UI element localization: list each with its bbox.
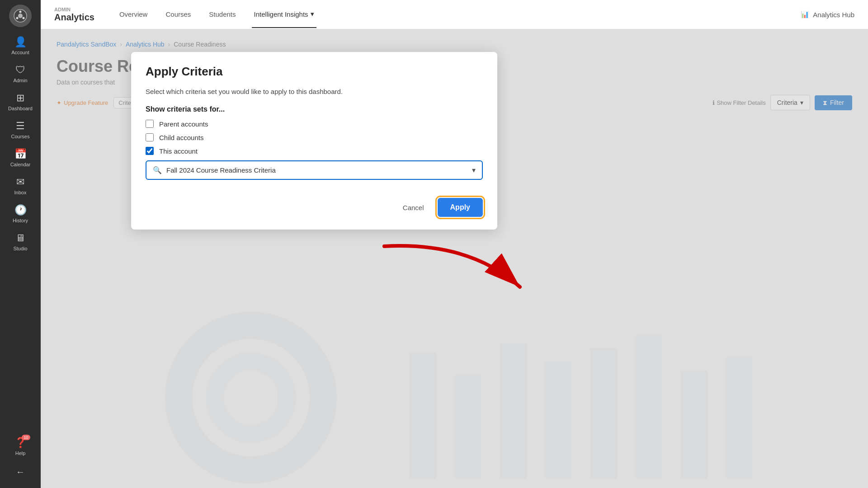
criteria-section-label: Show criteria sets for... [146,105,483,113]
sidebar-item-history[interactable]: 🕐 History [0,200,41,228]
sidebar-item-help[interactable]: ❓ 10 Help [0,432,41,460]
inbox-icon: ✉ [16,176,24,188]
page-area: Pandalytics SandBox › Analytics Hub › Co… [41,29,868,488]
sidebar-item-dashboard[interactable]: ⊞ Dashboard [0,88,41,116]
sidebar: 👤 Account 🛡 Admin ⊞ Dashboard ☰ Courses … [0,0,41,488]
sidebar-collapse-button[interactable]: ← [0,460,41,483]
sidebar-item-account[interactable]: 👤 Account [0,32,41,60]
checkbox-this-account[interactable]: This account [146,147,483,155]
calendar-icon: 📅 [14,148,27,160]
sidebar-label-history: History [13,218,28,223]
sidebar-label-help: Help [15,450,26,456]
sidebar-item-inbox[interactable]: ✉ Inbox [0,172,41,200]
main-content: ADMIN Analytics Overview Courses Student… [41,0,868,488]
parent-accounts-checkbox[interactable] [146,120,154,128]
apply-criteria-modal: Apply Criteria Select which criteria set… [131,52,497,230]
child-accounts-checkbox[interactable] [146,133,154,141]
analytics-brand: Analytics [54,12,94,23]
modal-title: Apply Criteria [146,65,483,79]
sidebar-item-studio[interactable]: 🖥 Studio [0,228,41,256]
modal-description: Select which criteria set you would like… [146,88,483,95]
nav-intelligent-insights[interactable]: Intelligent Insights ▾ [252,1,316,28]
cancel-button[interactable]: Cancel [396,199,431,216]
sidebar-label-admin: Admin [13,78,27,83]
nav-intelligent-insights-label: Intelligent Insights [254,10,308,18]
sidebar-label-inbox: Inbox [14,190,27,195]
chevron-down-icon: ▾ [311,10,314,18]
history-icon: 🕐 [14,204,27,216]
nav-overview[interactable]: Overview [117,1,150,28]
admin-label: ADMIN [54,7,94,12]
sidebar-label-studio: Studio [13,246,27,251]
this-account-label: This account [159,147,198,155]
apply-button[interactable]: Apply [438,198,483,217]
criteria-search-text: Fall 2024 Course Readiness Criteria [166,166,472,174]
help-icon: ❓ 10 [14,437,27,449]
modal-footer: Cancel Apply [131,191,497,230]
checkbox-child-accounts[interactable]: Child accounts [146,133,483,141]
admin-icon: 🛡 [15,64,25,76]
analytics-hub-label: Analytics Hub [813,11,854,19]
child-accounts-label: Child accounts [159,134,203,141]
dropdown-chevron-icon: ▾ [472,166,476,174]
sidebar-label-dashboard: Dashboard [8,106,33,111]
help-badge: 10 [22,435,30,440]
svg-point-2 [19,11,22,13]
search-icon: 🔍 [153,166,162,174]
modal-body: Select which criteria set you would like… [131,83,497,191]
svg-point-1 [18,14,23,18]
sidebar-label-account: Account [11,50,29,55]
this-account-checkbox[interactable] [146,147,154,155]
dashboard-icon: ⊞ [16,92,24,104]
nav-students[interactable]: Students [207,1,238,28]
modal-header: Apply Criteria [131,52,497,83]
nav-overview-label: Overview [119,10,148,18]
svg-point-3 [23,17,25,19]
brand: ADMIN Analytics [54,7,94,23]
top-nav: ADMIN Analytics Overview Courses Student… [41,0,868,29]
sidebar-label-calendar: Calendar [10,162,31,167]
studio-icon: 🖥 [15,232,25,244]
parent-accounts-label: Parent accounts [159,120,208,128]
sidebar-item-calendar[interactable]: 📅 Calendar [0,144,41,172]
svg-point-4 [16,17,19,19]
nav-students-label: Students [209,10,236,18]
app-logo[interactable] [9,5,32,27]
nav-courses[interactable]: Courses [163,1,193,28]
nav-courses-label: Courses [165,10,191,18]
cancel-label: Cancel [403,204,424,211]
courses-icon: ☰ [16,120,25,132]
sidebar-item-admin[interactable]: 🛡 Admin [0,60,41,88]
analytics-hub-link[interactable]: 📊 Analytics Hub [801,10,854,19]
sidebar-item-courses[interactable]: ☰ Courses [0,116,41,144]
analytics-hub-icon: 📊 [801,10,809,19]
apply-label: Apply [450,203,470,211]
checkbox-parent-accounts[interactable]: Parent accounts [146,120,483,128]
sidebar-label-courses: Courses [11,134,30,139]
criteria-search-dropdown[interactable]: 🔍 Fall 2024 Course Readiness Criteria ▾ [146,160,483,180]
account-icon: 👤 [14,36,27,48]
